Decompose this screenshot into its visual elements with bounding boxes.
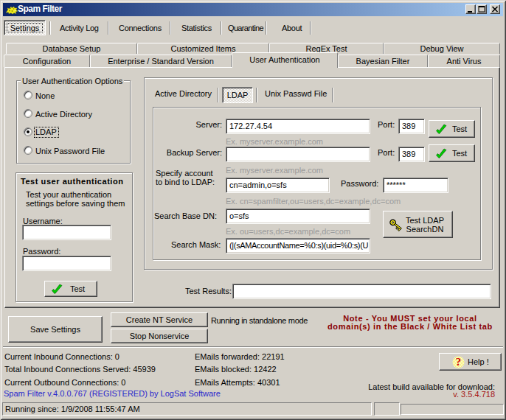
svg-text:?: ? <box>456 356 462 368</box>
